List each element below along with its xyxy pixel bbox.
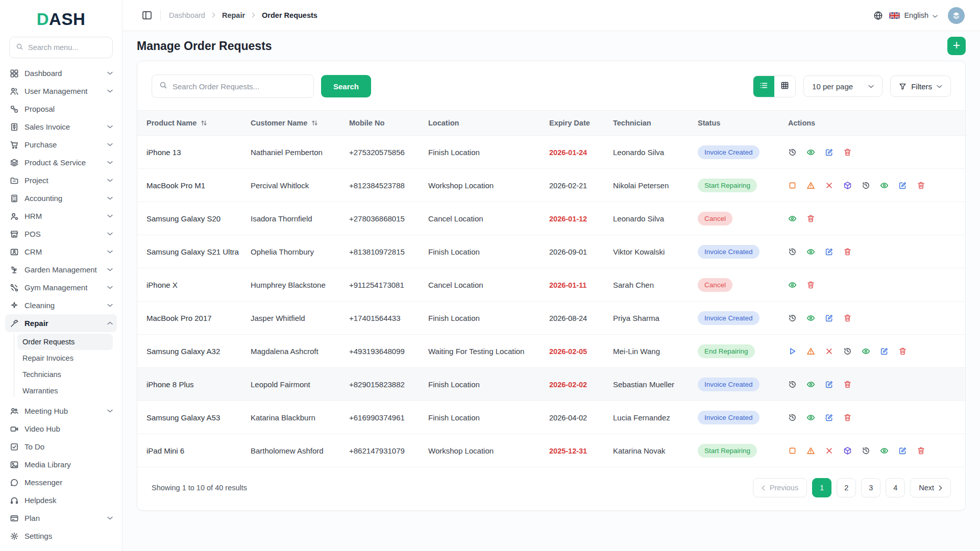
sort-icon[interactable]: [311, 120, 318, 126]
eye-action-icon[interactable]: [806, 247, 815, 256]
sidebar-item-dashboard[interactable]: Dashboard: [5, 64, 117, 82]
cell-technician: Viktor Kowalski: [613, 235, 698, 268]
edit-action-icon[interactable]: [898, 181, 907, 190]
eye-action-icon[interactable]: [806, 148, 815, 157]
sidebar-item-purchase[interactable]: Purchase: [5, 136, 117, 154]
trash-action-icon[interactable]: [843, 148, 852, 157]
eye-action-icon[interactable]: [788, 214, 797, 223]
history-action-icon[interactable]: [788, 314, 797, 322]
sidebar-item-media-library[interactable]: Media Library: [5, 456, 117, 473]
page-button-1[interactable]: 1: [812, 478, 831, 497]
history-action-icon[interactable]: [788, 148, 797, 157]
edit-action-icon[interactable]: [880, 347, 889, 356]
eye-action-icon[interactable]: [806, 314, 815, 322]
sidebar-item-plan[interactable]: Plan: [5, 509, 117, 527]
warning-action-icon[interactable]: [806, 181, 815, 190]
sidebar-item-to-do[interactable]: To Do: [5, 438, 117, 456]
sidebar-item-label: Messenger: [24, 478, 113, 487]
trash-action-icon[interactable]: [843, 380, 852, 389]
warning-action-icon[interactable]: [806, 446, 815, 455]
sidebar-item-user-management[interactable]: User Management: [5, 82, 117, 100]
breadcrumb-repair[interactable]: Repair: [222, 11, 245, 19]
list-view-button[interactable]: [753, 76, 774, 97]
sidebar-item-helpdesk[interactable]: Helpdesk: [5, 491, 117, 509]
sidebar-item-meeting-hub[interactable]: Meeting Hub: [5, 402, 117, 420]
history-action-icon[interactable]: [862, 446, 870, 455]
sidebar-search-input[interactable]: [28, 43, 106, 52]
history-action-icon[interactable]: [788, 380, 797, 389]
search-button[interactable]: Search: [321, 75, 371, 97]
sidebar-item-accounting[interactable]: Accounting: [5, 189, 117, 207]
grid-view-button[interactable]: [774, 76, 795, 97]
sidebar-item-settings[interactable]: Settings: [5, 527, 117, 545]
edit-action-icon[interactable]: [825, 148, 834, 157]
sidebar-item-product-service[interactable]: Product & Service: [5, 154, 117, 171]
eye-action-icon[interactable]: [880, 446, 889, 455]
breadcrumb-dashboard[interactable]: Dashboard: [169, 11, 205, 19]
sort-icon[interactable]: [201, 120, 207, 126]
eye-action-icon[interactable]: [806, 413, 815, 422]
trash-action-icon[interactable]: [917, 181, 925, 190]
x-action-icon[interactable]: [825, 446, 834, 455]
sidebar-item-cleaning[interactable]: Cleaning: [5, 296, 117, 314]
edit-action-icon[interactable]: [825, 247, 834, 256]
previous-page-button[interactable]: Previous: [753, 478, 807, 497]
sidebar-item-gym-management[interactable]: Gym Management: [5, 279, 117, 296]
eye-action-icon[interactable]: [862, 347, 870, 356]
sidebar-item-repair[interactable]: Repair: [5, 314, 117, 332]
stop-action-icon[interactable]: [788, 446, 797, 455]
x-action-icon[interactable]: [825, 181, 834, 190]
eye-action-icon[interactable]: [806, 380, 815, 389]
sidebar-item-project[interactable]: Project: [5, 171, 117, 189]
package-action-icon[interactable]: [843, 181, 852, 190]
package-action-icon[interactable]: [843, 446, 852, 455]
warning-action-icon[interactable]: [806, 347, 815, 356]
trash-action-icon[interactable]: [843, 314, 852, 322]
globe-icon[interactable]: [873, 11, 883, 20]
sidebar-item-proposal[interactable]: Proposal: [5, 100, 117, 118]
history-action-icon[interactable]: [862, 181, 870, 190]
table-search-input[interactable]: [173, 82, 306, 91]
history-action-icon[interactable]: [788, 247, 797, 256]
eye-action-icon[interactable]: [880, 181, 889, 190]
sidebar-item-video-hub[interactable]: Video Hub: [5, 420, 117, 438]
edit-action-icon[interactable]: [898, 446, 907, 455]
column-header[interactable]: Customer Name: [251, 111, 349, 136]
trash-action-icon[interactable]: [806, 281, 815, 289]
trash-action-icon[interactable]: [843, 413, 852, 422]
filters-button[interactable]: Filters: [890, 76, 951, 97]
page-button-3[interactable]: 3: [861, 478, 880, 497]
submenu-item-technicians[interactable]: Technicians: [17, 366, 113, 383]
edit-action-icon[interactable]: [825, 413, 834, 422]
next-page-button[interactable]: Next: [910, 478, 951, 497]
sidebar-item-crm[interactable]: CRM: [5, 243, 117, 261]
stop-action-icon[interactable]: [788, 181, 797, 190]
page-button-4[interactable]: 4: [886, 478, 905, 497]
history-action-icon[interactable]: [843, 347, 852, 356]
trash-action-icon[interactable]: [843, 247, 852, 256]
sidebar-item-garden-management[interactable]: Garden Management: [5, 261, 117, 279]
page-button-2[interactable]: 2: [837, 478, 856, 497]
trash-action-icon[interactable]: [898, 347, 907, 356]
column-header[interactable]: Product Name: [137, 111, 251, 136]
play-action-icon[interactable]: [788, 347, 797, 356]
eye-action-icon[interactable]: [788, 281, 797, 289]
x-action-icon[interactable]: [825, 347, 834, 356]
submenu-item-warranties[interactable]: Warranties: [17, 383, 113, 399]
sidebar-item-pos[interactable]: POS: [5, 225, 117, 243]
sidebar-item-messenger[interactable]: Messenger: [5, 473, 117, 491]
add-order-request-button[interactable]: +: [947, 37, 966, 55]
submenu-item-repair-invoices[interactable]: Repair Invoices: [17, 350, 113, 366]
sidebar-item-hrm[interactable]: HRM: [5, 207, 117, 225]
trash-action-icon[interactable]: [806, 214, 815, 223]
history-action-icon[interactable]: [788, 413, 797, 422]
per-page-select[interactable]: 10 per page: [803, 76, 883, 97]
trash-action-icon[interactable]: [917, 446, 925, 455]
sidebar-item-sales-invoice[interactable]: Sales Invoice: [5, 118, 117, 136]
edit-action-icon[interactable]: [825, 314, 834, 322]
user-avatar[interactable]: [948, 7, 965, 24]
submenu-item-order-requests[interactable]: Order Requests: [17, 334, 113, 350]
edit-action-icon[interactable]: [825, 380, 834, 389]
sidebar-toggle-icon[interactable]: [142, 10, 152, 20]
language-selector[interactable]: English: [889, 11, 938, 20]
